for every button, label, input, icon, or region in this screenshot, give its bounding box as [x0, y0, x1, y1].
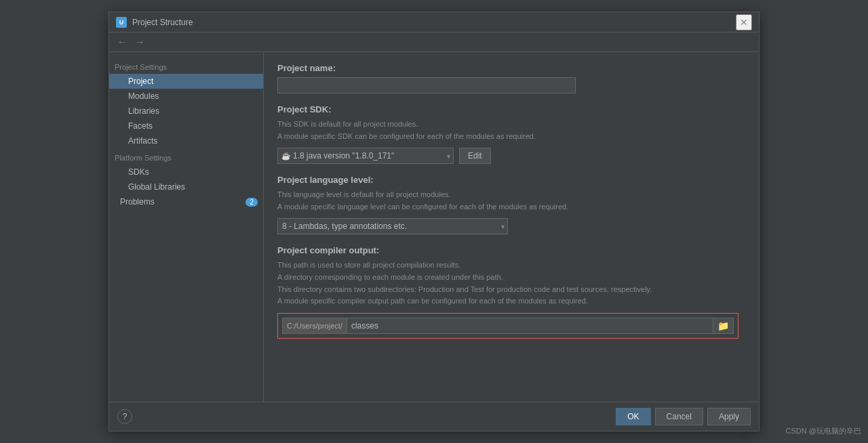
dialog-content: Project Settings Project Modules Librari… [109, 52, 759, 402]
project-structure-dialog: U Project Structure ✕ ← → Project Settin… [108, 12, 760, 431]
sidebar-item-label: Project [128, 77, 153, 86]
project-sdk-label: Project SDK: [277, 104, 745, 114]
app-icon: U [116, 17, 127, 28]
sdk-select[interactable]: 1.8 java version "1.8.0_171" [277, 148, 454, 164]
sidebar-item-artifacts[interactable]: Artifacts [109, 133, 263, 148]
sidebar-item-project[interactable]: Project [109, 74, 263, 89]
back-button[interactable]: ← [115, 35, 130, 49]
ok-button[interactable]: OK [616, 408, 650, 425]
compiler-output-box: C:/Users/project/ 📁 [277, 313, 738, 339]
compiler-path-input[interactable] [347, 318, 713, 334]
compiler-output-desc: This path is used to store all project c… [277, 259, 745, 307]
sdk-select-wrapper: ☕ 1.8 java version "1.8.0_171" ▾ [277, 148, 454, 164]
bottom-right: OK Cancel Apply [616, 408, 751, 425]
forward-button[interactable]: → [132, 35, 147, 49]
compiler-output-label: Project compiler output: [277, 245, 745, 255]
sidebar-item-sdks[interactable]: SDKs [109, 165, 263, 180]
sidebar-item-label: Global Libraries [128, 182, 185, 192]
cancel-button[interactable]: Cancel [655, 408, 703, 425]
sidebar-problems-label: Problems [120, 197, 155, 207]
language-select[interactable]: 8 - Lambdas, type annotations etc. [277, 218, 508, 234]
project-language-desc: This language level is default for all p… [277, 189, 745, 213]
sidebar-item-libraries[interactable]: Libraries [109, 104, 263, 119]
sidebar-item-label: Modules [128, 91, 159, 101]
edit-sdk-button[interactable]: Edit [459, 148, 491, 164]
watermark: CSDN @玩电脑的辛巴 [786, 426, 861, 436]
title-bar: U Project Structure ✕ [109, 12, 759, 33]
platform-settings-label: Platform Settings [109, 151, 263, 165]
project-language-label: Project language level: [277, 175, 745, 185]
language-select-wrapper: 8 - Lambdas, type annotations etc. ▾ [277, 218, 508, 234]
dialog-title: Project Structure [132, 18, 193, 27]
title-bar-left: U Project Structure [116, 17, 193, 28]
sidebar: Project Settings Project Modules Librari… [109, 52, 264, 402]
problems-badge: 2 [245, 198, 258, 207]
sidebar-item-facets[interactable]: Facets [109, 119, 263, 133]
sidebar-item-label: SDKs [128, 167, 149, 177]
main-panel: Project name: Project SDK: This SDK is d… [264, 52, 759, 402]
sdk-row: ☕ 1.8 java version "1.8.0_171" ▾ Edit [277, 148, 745, 164]
sidebar-item-label: Facets [128, 121, 153, 131]
help-button[interactable]: ? [117, 409, 132, 424]
project-settings-label: Project Settings [109, 60, 263, 74]
apply-button[interactable]: Apply [707, 408, 751, 425]
bottom-left: ? [117, 409, 132, 424]
sidebar-item-label: Artifacts [128, 136, 157, 146]
project-name-input[interactable] [277, 77, 576, 93]
browse-button[interactable]: 📁 [713, 318, 734, 334]
nav-bar: ← → [109, 33, 759, 52]
sdk-icon: ☕ [281, 152, 291, 161]
compiler-path-row: C:/Users/project/ 📁 [282, 318, 734, 334]
close-button[interactable]: ✕ [736, 14, 752, 30]
project-sdk-desc: This SDK is default for all project modu… [277, 119, 745, 142]
sidebar-item-problems[interactable]: Problems 2 [109, 194, 263, 209]
project-name-label: Project name: [277, 63, 745, 73]
bottom-bar: ? OK Cancel Apply [109, 402, 759, 431]
path-prefix: C:/Users/project/ [282, 318, 347, 334]
sidebar-item-label: Libraries [128, 106, 159, 116]
sidebar-item-modules[interactable]: Modules [109, 89, 263, 104]
sidebar-item-global-libraries[interactable]: Global Libraries [109, 180, 263, 194]
